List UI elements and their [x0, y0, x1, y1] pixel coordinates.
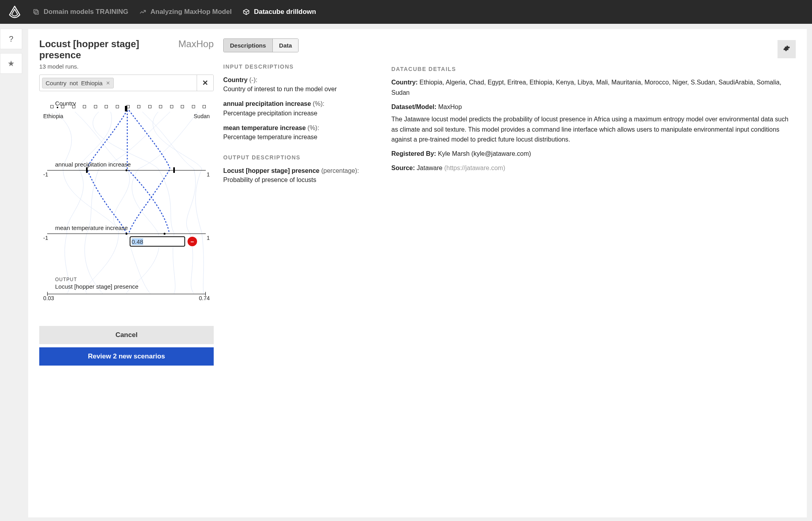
- axis1-tick[interactable]: [61, 105, 64, 108]
- gear-icon: [783, 45, 790, 54]
- page-title: Locust [hopper stage] presence: [39, 38, 174, 61]
- breadcrumb-analyzing[interactable]: Analyzing MaxHop Model: [139, 8, 232, 16]
- input-desc-name: annual precipitation increase: [223, 100, 311, 107]
- input-desc-unit: (-):: [249, 77, 257, 83]
- output-desc-name: Locust [hopper stage] presence: [223, 167, 320, 174]
- filter-chip-country[interactable]: Country not Ethiopia ✕: [42, 78, 114, 88]
- parallel-coordinates-chart[interactable]: Country Ethiopia Sudan annual precipitat…: [39, 98, 214, 316]
- axis1-tick[interactable]: [105, 105, 108, 108]
- chip-field: Country: [46, 80, 67, 86]
- axis3-line[interactable]: [47, 234, 206, 234]
- tab-descriptions[interactable]: Descriptions: [224, 39, 273, 52]
- axis1-tick[interactable]: [83, 105, 86, 108]
- chip-value: Ethiopia: [81, 80, 102, 86]
- help-button[interactable]: ?: [0, 29, 22, 49]
- axis1-tick[interactable]: [94, 105, 97, 108]
- input-desc-name: Country: [223, 77, 247, 83]
- cancel-button[interactable]: Cancel: [39, 326, 214, 344]
- detail-registered-by: Registered By: Kyle Marsh (kyle@jataware…: [391, 149, 796, 159]
- help-icon: ?: [9, 34, 13, 44]
- axis1-tick[interactable]: [137, 105, 140, 108]
- output-right-label: 0.74: [199, 295, 210, 301]
- axis1-tick[interactable]: [181, 105, 184, 108]
- input-desc-item: Country (-):Country of interest to run t…: [223, 75, 382, 94]
- topbar: Domain models TRAINING Analyzing MaxHop …: [0, 0, 812, 24]
- breadcrumb-datacube-drilldown[interactable]: Datacube drilldown: [243, 8, 316, 16]
- app-logo-icon: [8, 5, 21, 19]
- output-descriptions-header: OUTPUT DESCRIPTIONS: [223, 154, 382, 161]
- axis1-tick[interactable]: [170, 105, 173, 108]
- axis2-left-label: -1: [43, 171, 48, 178]
- output-axis-line[interactable]: [47, 294, 206, 294]
- axis3-left-label: -1: [43, 235, 48, 241]
- axis1-label: Country: [55, 100, 214, 107]
- tab-group: Descriptions Data: [223, 38, 299, 52]
- run-count: 13 model runs.: [39, 63, 214, 70]
- axis1-tick[interactable]: [192, 105, 195, 108]
- detail-country: Country: Ethiopia, Algeria, Chad, Egypt,…: [391, 77, 796, 98]
- detail-source: Source: Jataware (https://jataware.com): [391, 163, 796, 173]
- input-desc-unit: (%):: [308, 125, 319, 131]
- chip-remove-icon[interactable]: ✕: [106, 80, 110, 86]
- input-desc-text: Country of interest to run the model ove…: [223, 86, 337, 92]
- input-desc-item: mean temperature increase (%):Percentage…: [223, 123, 382, 142]
- left-sidebar: ? ★: [0, 24, 22, 74]
- breadcrumb-label: Datacube drilldown: [254, 8, 316, 16]
- axis2-line[interactable]: [47, 170, 206, 170]
- model-name: MaxHop: [178, 38, 214, 50]
- input-descriptions-header: INPUT DESCRIPTIONS: [223, 63, 382, 70]
- detail-dataset-value: MaxHop: [438, 103, 462, 110]
- output-desc-item: Locust [hopper stage] presence (percenta…: [223, 166, 382, 184]
- favorite-button[interactable]: ★: [0, 53, 22, 74]
- input-desc-text: Percentage precipitation increase: [223, 110, 317, 117]
- settings-button[interactable]: [778, 40, 796, 58]
- axis1-tick[interactable]: [72, 105, 75, 108]
- axis3-label: mean temperature increase: [55, 224, 214, 231]
- breadcrumb-label: Domain models TRAINING: [44, 8, 128, 16]
- filter-input[interactable]: Country not Ethiopia ✕: [40, 75, 197, 91]
- axis1-selected-marker[interactable]: [125, 106, 127, 111]
- input-desc-text: Percentage temperature increase: [223, 134, 317, 140]
- axis1-tick[interactable]: [159, 105, 162, 108]
- chip-op: not: [70, 80, 78, 86]
- axis1-tick[interactable]: [148, 105, 151, 108]
- axis1-right-label: Sudan: [194, 113, 210, 119]
- output-desc-unit: (percentage):: [321, 167, 359, 174]
- svg-rect-2: [34, 10, 37, 13]
- svg-rect-1: [35, 11, 38, 14]
- svg-point-0: [18, 15, 19, 16]
- detail-source-label: Source:: [391, 165, 415, 171]
- axis1-tick[interactable]: [116, 105, 119, 108]
- axis3-right-label: 1: [207, 235, 210, 241]
- axis1-tick[interactable]: [50, 105, 54, 108]
- detail-source-url[interactable]: (https://jataware.com): [444, 165, 505, 171]
- input-desc-name: mean temperature increase: [223, 125, 306, 131]
- axis1-tick[interactable]: [203, 105, 206, 108]
- input-desc-unit: (%):: [313, 100, 324, 107]
- review-scenarios-button[interactable]: Review 2 new scenarios: [39, 347, 214, 366]
- star-icon: ★: [8, 59, 15, 68]
- detail-country-value: Ethiopia, Algeria, Chad, Egypt, Eritrea,…: [391, 79, 781, 96]
- detail-dataset: Dataset/Model: MaxHop: [391, 102, 796, 112]
- datacube-details-header: DATACUBE DETAILS: [391, 65, 796, 73]
- breadcrumb-domain-models[interactable]: Domain models TRAINING: [33, 8, 128, 16]
- model-description: The Jataware locust model predicts the p…: [391, 114, 796, 145]
- tab-data[interactable]: Data: [273, 39, 299, 52]
- breadcrumb-label: Analyzing MaxHop Model: [150, 8, 232, 16]
- filter-bar: Country not Ethiopia ✕ ✕: [39, 75, 214, 91]
- axis1-marker-dot: [57, 107, 58, 108]
- close-icon: ✕: [202, 79, 208, 87]
- input-desc-item: annual precipitation increase (%):Percen…: [223, 99, 382, 117]
- axis1-left-label: Ethiopia: [43, 113, 63, 119]
- detail-source-value: Jataware: [417, 165, 442, 171]
- remove-value-button[interactable]: −: [188, 237, 197, 246]
- clear-filters-button[interactable]: ✕: [197, 75, 213, 91]
- chart-line-icon: [139, 8, 146, 15]
- output-desc-text: Probability of presence of locusts: [223, 176, 316, 183]
- detail-registered-label: Registered By:: [391, 150, 436, 157]
- axis2-label: annual precipitation increase: [55, 161, 214, 168]
- axis3-value-input[interactable]: [130, 236, 185, 247]
- cube-icon: [243, 8, 250, 15]
- axis1-ticks[interactable]: [47, 108, 206, 113]
- detail-country-label: Country:: [391, 79, 418, 86]
